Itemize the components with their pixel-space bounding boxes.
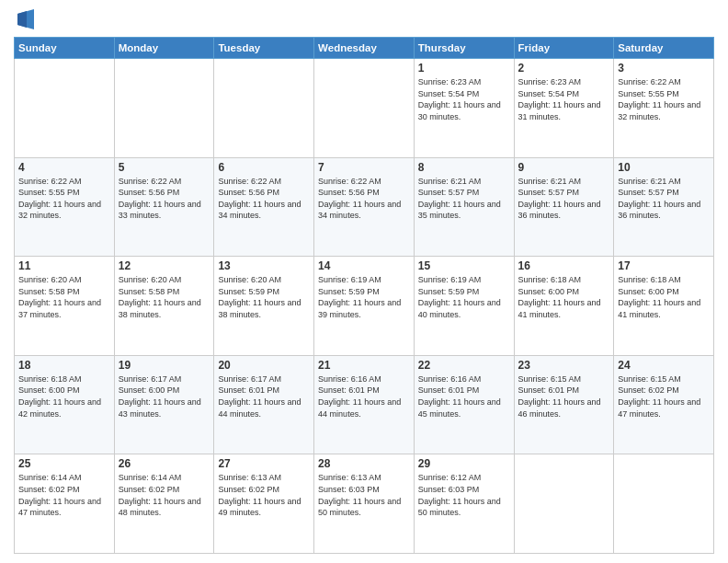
calendar-cell: 13Sunrise: 6:20 AM Sunset: 5:59 PM Dayli… xyxy=(214,257,314,356)
calendar-cell xyxy=(314,59,415,158)
calendar-cell: 12Sunrise: 6:20 AM Sunset: 5:58 PM Dayli… xyxy=(114,257,214,356)
day-number: 25 xyxy=(18,457,110,470)
calendar-cell: 15Sunrise: 6:19 AM Sunset: 5:59 PM Dayli… xyxy=(414,257,514,356)
calendar-cell: 6Sunrise: 6:22 AM Sunset: 5:56 PM Daylig… xyxy=(214,157,314,257)
calendar-cell: 18Sunrise: 6:18 AM Sunset: 6:00 PM Dayli… xyxy=(15,355,115,454)
day-info: Sunrise: 6:21 AM Sunset: 5:57 PM Dayligh… xyxy=(518,176,610,222)
day-info: Sunrise: 6:22 AM Sunset: 5:56 PM Dayligh… xyxy=(318,176,410,222)
calendar-cell: 10Sunrise: 6:21 AM Sunset: 5:57 PM Dayli… xyxy=(614,157,714,257)
calendar-cell xyxy=(514,454,614,554)
calendar-cell: 27Sunrise: 6:13 AM Sunset: 6:02 PM Dayli… xyxy=(214,454,314,554)
calendar-cell: 8Sunrise: 6:21 AM Sunset: 5:57 PM Daylig… xyxy=(414,157,514,257)
day-number: 10 xyxy=(618,161,710,174)
day-number: 17 xyxy=(618,259,710,272)
calendar-cell: 16Sunrise: 6:18 AM Sunset: 6:00 PM Dayli… xyxy=(514,257,614,356)
day-info: Sunrise: 6:18 AM Sunset: 6:00 PM Dayligh… xyxy=(18,373,110,419)
day-info: Sunrise: 6:16 AM Sunset: 6:01 PM Dayligh… xyxy=(418,373,510,419)
day-info: Sunrise: 6:14 AM Sunset: 6:02 PM Dayligh… xyxy=(119,472,210,518)
day-info: Sunrise: 6:15 AM Sunset: 6:01 PM Dayligh… xyxy=(518,373,610,419)
day-number: 11 xyxy=(18,259,110,272)
day-info: Sunrise: 6:20 AM Sunset: 5:58 PM Dayligh… xyxy=(18,274,110,320)
day-info: Sunrise: 6:21 AM Sunset: 5:57 PM Dayligh… xyxy=(418,176,510,222)
calendar-week-1: 1Sunrise: 6:23 AM Sunset: 5:54 PM Daylig… xyxy=(15,59,714,158)
calendar-cell: 20Sunrise: 6:17 AM Sunset: 6:01 PM Dayli… xyxy=(214,355,314,454)
page: SundayMondayTuesdayWednesdayThursdayFrid… xyxy=(0,0,728,563)
day-number: 23 xyxy=(518,359,610,372)
calendar-cell xyxy=(614,454,714,554)
day-info: Sunrise: 6:20 AM Sunset: 5:58 PM Dayligh… xyxy=(119,274,210,320)
day-number: 15 xyxy=(418,259,510,272)
day-number: 14 xyxy=(318,259,410,272)
day-number: 18 xyxy=(18,359,110,372)
day-info: Sunrise: 6:14 AM Sunset: 6:02 PM Dayligh… xyxy=(18,472,110,518)
calendar-cell: 9Sunrise: 6:21 AM Sunset: 5:57 PM Daylig… xyxy=(514,157,614,257)
day-number: 21 xyxy=(318,359,410,372)
day-number: 4 xyxy=(18,161,110,174)
calendar-week-3: 11Sunrise: 6:20 AM Sunset: 5:58 PM Dayli… xyxy=(15,257,714,356)
day-number: 1 xyxy=(418,62,510,75)
day-number: 5 xyxy=(119,161,210,174)
day-info: Sunrise: 6:22 AM Sunset: 5:55 PM Dayligh… xyxy=(618,76,710,122)
weekday-header-thursday: Thursday xyxy=(414,38,514,59)
weekday-header-friday: Friday xyxy=(514,38,614,59)
calendar-cell: 22Sunrise: 6:16 AM Sunset: 6:01 PM Dayli… xyxy=(414,355,514,454)
calendar-cell: 11Sunrise: 6:20 AM Sunset: 5:58 PM Dayli… xyxy=(15,257,115,356)
calendar-cell xyxy=(214,59,314,158)
day-info: Sunrise: 6:19 AM Sunset: 5:59 PM Dayligh… xyxy=(318,274,410,320)
day-info: Sunrise: 6:17 AM Sunset: 6:00 PM Dayligh… xyxy=(119,373,210,419)
weekday-header-wednesday: Wednesday xyxy=(314,38,415,59)
calendar-week-5: 25Sunrise: 6:14 AM Sunset: 6:02 PM Dayli… xyxy=(15,454,714,554)
calendar-cell: 7Sunrise: 6:22 AM Sunset: 5:56 PM Daylig… xyxy=(314,157,415,257)
day-number: 8 xyxy=(418,161,510,174)
day-info: Sunrise: 6:21 AM Sunset: 5:57 PM Dayligh… xyxy=(618,176,710,222)
calendar-cell: 2Sunrise: 6:23 AM Sunset: 5:54 PM Daylig… xyxy=(514,59,614,158)
calendar-cell: 17Sunrise: 6:18 AM Sunset: 6:00 PM Dayli… xyxy=(614,257,714,356)
day-info: Sunrise: 6:20 AM Sunset: 5:59 PM Dayligh… xyxy=(218,274,310,320)
weekday-header-monday: Monday xyxy=(114,38,214,59)
day-number: 29 xyxy=(418,457,510,470)
day-number: 2 xyxy=(518,62,610,75)
day-number: 7 xyxy=(318,161,410,174)
day-info: Sunrise: 6:17 AM Sunset: 6:01 PM Dayligh… xyxy=(218,373,310,419)
calendar-week-2: 4Sunrise: 6:22 AM Sunset: 5:55 PM Daylig… xyxy=(15,157,714,257)
calendar-cell: 21Sunrise: 6:16 AM Sunset: 6:01 PM Dayli… xyxy=(314,355,415,454)
calendar-cell xyxy=(114,59,214,158)
svg-marker-1 xyxy=(17,11,27,28)
calendar-cell: 25Sunrise: 6:14 AM Sunset: 6:02 PM Dayli… xyxy=(15,454,115,554)
day-number: 28 xyxy=(318,457,410,470)
calendar-cell: 24Sunrise: 6:15 AM Sunset: 6:02 PM Dayli… xyxy=(614,355,714,454)
day-number: 20 xyxy=(218,359,310,372)
calendar-cell: 19Sunrise: 6:17 AM Sunset: 6:00 PM Dayli… xyxy=(114,355,214,454)
calendar-week-4: 18Sunrise: 6:18 AM Sunset: 6:00 PM Dayli… xyxy=(15,355,714,454)
day-info: Sunrise: 6:19 AM Sunset: 5:59 PM Dayligh… xyxy=(418,274,510,320)
calendar-cell: 1Sunrise: 6:23 AM Sunset: 5:54 PM Daylig… xyxy=(414,59,514,158)
weekday-header-tuesday: Tuesday xyxy=(214,38,314,59)
calendar-cell: 4Sunrise: 6:22 AM Sunset: 5:55 PM Daylig… xyxy=(15,157,115,257)
day-info: Sunrise: 6:22 AM Sunset: 5:56 PM Dayligh… xyxy=(119,176,210,222)
day-info: Sunrise: 6:23 AM Sunset: 5:54 PM Dayligh… xyxy=(418,76,510,122)
logo xyxy=(14,9,34,29)
day-number: 26 xyxy=(119,457,210,470)
weekday-header-saturday: Saturday xyxy=(614,38,714,59)
calendar-cell: 5Sunrise: 6:22 AM Sunset: 5:56 PM Daylig… xyxy=(114,157,214,257)
day-number: 3 xyxy=(618,62,710,75)
calendar-header-row: SundayMondayTuesdayWednesdayThursdayFrid… xyxy=(15,38,714,59)
day-info: Sunrise: 6:22 AM Sunset: 5:55 PM Dayligh… xyxy=(18,176,110,222)
day-number: 24 xyxy=(618,359,710,372)
calendar-table: SundayMondayTuesdayWednesdayThursdayFrid… xyxy=(14,37,714,554)
calendar-cell: 23Sunrise: 6:15 AM Sunset: 6:01 PM Dayli… xyxy=(514,355,614,454)
day-info: Sunrise: 6:15 AM Sunset: 6:02 PM Dayligh… xyxy=(618,373,710,419)
calendar-cell: 29Sunrise: 6:12 AM Sunset: 6:03 PM Dayli… xyxy=(414,454,514,554)
calendar-cell xyxy=(15,59,115,158)
day-info: Sunrise: 6:16 AM Sunset: 6:01 PM Dayligh… xyxy=(318,373,410,419)
day-info: Sunrise: 6:22 AM Sunset: 5:56 PM Dayligh… xyxy=(218,176,310,222)
day-info: Sunrise: 6:12 AM Sunset: 6:03 PM Dayligh… xyxy=(418,472,510,518)
day-number: 12 xyxy=(119,259,210,272)
day-info: Sunrise: 6:13 AM Sunset: 6:03 PM Dayligh… xyxy=(318,472,410,518)
day-number: 19 xyxy=(119,359,210,372)
calendar-cell: 26Sunrise: 6:14 AM Sunset: 6:02 PM Dayli… xyxy=(114,454,214,554)
day-number: 27 xyxy=(218,457,310,470)
day-number: 6 xyxy=(218,161,310,174)
calendar-cell: 28Sunrise: 6:13 AM Sunset: 6:03 PM Dayli… xyxy=(314,454,415,554)
day-info: Sunrise: 6:23 AM Sunset: 5:54 PM Dayligh… xyxy=(518,76,610,122)
